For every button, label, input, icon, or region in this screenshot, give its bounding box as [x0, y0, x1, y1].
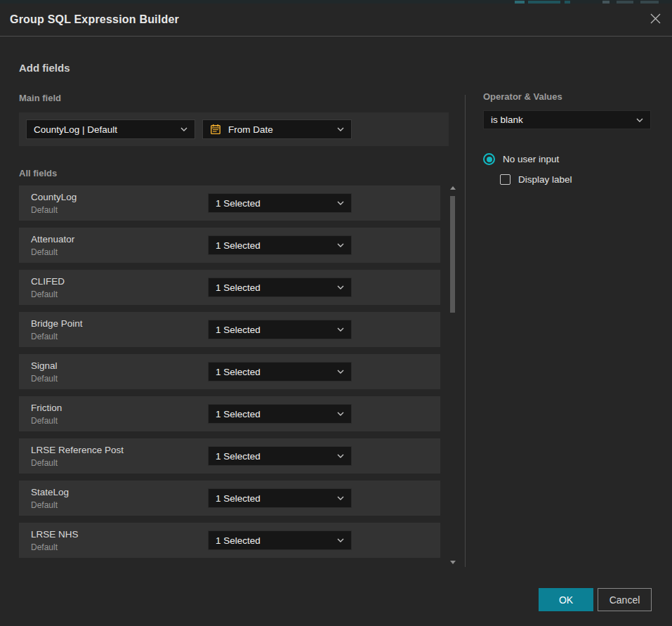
- field-name: StateLog: [31, 487, 69, 497]
- cancel-button[interactable]: Cancel: [598, 588, 652, 611]
- field-values-dropdown[interactable]: 1 Selected: [208, 362, 352, 382]
- field-row: Friction Default 1 Selected: [19, 396, 440, 431]
- layer-dropdown[interactable]: CountyLog | Default: [26, 119, 195, 139]
- close-button[interactable]: [647, 11, 664, 28]
- chevron-down-icon: [180, 127, 187, 131]
- display-label-text: Display label: [518, 174, 572, 185]
- fields-list-scrollbar[interactable]: [449, 183, 456, 567]
- field-subtype: Default: [31, 247, 58, 257]
- field-subtype: Default: [31, 500, 58, 510]
- layer-dropdown-value: CountyLog | Default: [34, 124, 175, 135]
- field-row: Signal Default 1 Selected: [19, 354, 440, 389]
- field-values-selected: 1 Selected: [216, 451, 331, 462]
- operator-dropdown[interactable]: is blank: [483, 110, 651, 129]
- scroll-up-arrow-icon[interactable]: [450, 186, 456, 190]
- no-user-input-label: No user input: [503, 154, 559, 164]
- chevron-down-icon: [337, 370, 344, 374]
- field-values-dropdown[interactable]: 1 Selected: [208, 404, 352, 424]
- field-values-dropdown[interactable]: 1 Selected: [208, 530, 352, 550]
- main-field-dropdown[interactable]: From Date: [202, 119, 352, 139]
- field-row: CountyLog Default 1 Selected: [19, 185, 440, 221]
- group-sql-expression-builder-dialog: Group SQL Expression Builder Add fields …: [0, 4, 672, 626]
- field-values-selected: 1 Selected: [216, 493, 331, 504]
- field-row: StateLog Default 1 Selected: [19, 481, 440, 516]
- field-values-dropdown[interactable]: 1 Selected: [208, 446, 352, 466]
- operator-values-label: Operator & Values: [483, 91, 652, 102]
- chevron-down-icon: [337, 243, 344, 247]
- field-name: LRSE NHS: [31, 529, 79, 540]
- chevron-down-icon: [337, 201, 344, 205]
- display-label-checkbox-row[interactable]: Display label: [500, 174, 652, 185]
- field-row: LRSE NHS Default 1 Selected: [19, 523, 440, 558]
- chevron-down-icon: [337, 538, 344, 542]
- main-field-dropdown-value: From Date: [228, 124, 326, 135]
- operator-values-panel: Operator & Values is blank No user input…: [483, 91, 652, 185]
- field-subtype: Default: [31, 205, 58, 215]
- dialog-footer: OK Cancel: [539, 588, 652, 611]
- field-values-selected: 1 Selected: [216, 535, 331, 546]
- field-row: Bridge Point Default 1 Selected: [19, 312, 440, 347]
- chevron-down-icon: [337, 412, 344, 416]
- close-icon: [650, 13, 661, 27]
- field-values-dropdown[interactable]: 1 Selected: [208, 320, 352, 339]
- chevron-down-icon: [337, 327, 344, 332]
- operator-dropdown-value: is blank: [491, 115, 631, 125]
- chevron-down-icon: [337, 285, 344, 289]
- field-values-dropdown[interactable]: 1 Selected: [208, 278, 352, 297]
- dialog-title: Group SQL Expression Builder: [10, 13, 179, 26]
- field-row: CLIFED Default 1 Selected: [19, 270, 440, 305]
- radio-selected-icon: [483, 153, 495, 165]
- field-values-dropdown[interactable]: 1 Selected: [208, 488, 352, 508]
- field-name: Signal: [31, 360, 58, 371]
- chevron-down-icon: [337, 127, 344, 131]
- chevron-down-icon: [337, 496, 344, 500]
- dialog-title-bar: Group SQL Expression Builder: [0, 4, 672, 37]
- field-values-selected: 1 Selected: [216, 367, 331, 377]
- field-values-dropdown[interactable]: 1 Selected: [208, 193, 352, 213]
- field-row: Attenuator Default 1 Selected: [19, 228, 440, 263]
- scroll-down-arrow-icon[interactable]: [450, 561, 456, 564]
- scrollbar-thumb[interactable]: [450, 196, 455, 313]
- field-subtype: Default: [31, 289, 58, 299]
- field-name: Friction: [31, 403, 62, 413]
- field-values-dropdown[interactable]: 1 Selected: [208, 235, 352, 255]
- field-name: CountyLog: [31, 192, 77, 202]
- field-row: LRSE Reference Post Default 1 Selected: [19, 438, 440, 474]
- field-values-selected: 1 Selected: [216, 198, 331, 209]
- field-subtype: Default: [31, 416, 58, 426]
- field-subtype: Default: [31, 458, 58, 468]
- panel-divider: [465, 95, 466, 567]
- main-field-panel: CountyLog | Default From Date: [19, 112, 449, 146]
- field-name: Bridge Point: [31, 318, 83, 329]
- checkbox-unchecked-icon[interactable]: [500, 174, 510, 185]
- field-name: LRSE Reference Post: [31, 445, 124, 455]
- chevron-down-icon: [337, 454, 344, 458]
- field-subtype: Default: [31, 332, 58, 341]
- add-fields-heading: Add fields: [19, 62, 672, 74]
- field-values-selected: 1 Selected: [216, 282, 331, 293]
- field-values-selected: 1 Selected: [216, 240, 331, 251]
- no-user-input-radio[interactable]: No user input: [483, 153, 652, 165]
- ok-button[interactable]: OK: [539, 588, 593, 611]
- field-name: Attenuator: [31, 234, 74, 244]
- field-name: CLIFED: [31, 276, 65, 287]
- chevron-down-icon: [636, 118, 643, 122]
- field-subtype: Default: [31, 374, 58, 384]
- field-values-selected: 1 Selected: [216, 409, 331, 419]
- all-fields-list: CountyLog Default 1 Selected Attenuator …: [19, 185, 440, 558]
- field-subtype: Default: [31, 542, 58, 552]
- field-values-selected: 1 Selected: [216, 325, 331, 335]
- calendar-icon: [210, 124, 221, 135]
